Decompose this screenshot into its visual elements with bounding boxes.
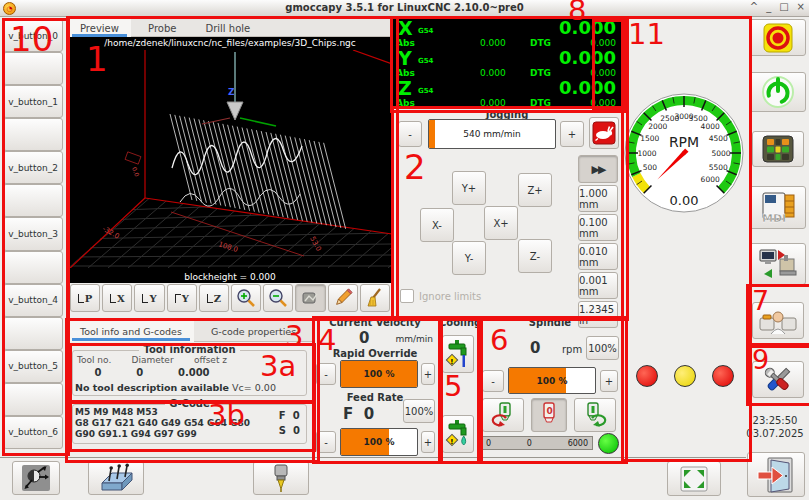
gcode-line: G90 G91.1 G94 G97 G99 [75, 429, 260, 440]
dro-axis-z[interactable]: Z G54 0.000 Abs 0.000 DTG 0.000 [392, 77, 622, 107]
vertical-button-list: v_button_0 v_button_1 v_button_2 v_butto… [3, 19, 63, 449]
view-z-button[interactable]: Z [199, 284, 229, 312]
v-button-blank[interactable] [3, 184, 63, 217]
v-button-blank[interactable] [3, 383, 63, 416]
increment-0001mm-button[interactable]: 0.001 mm [578, 272, 618, 299]
v-button-blank[interactable] [3, 251, 63, 284]
jog-continuous-button[interactable]: ▶▶ [578, 155, 618, 183]
power-icon [760, 74, 796, 110]
mist-button[interactable]: ! [442, 415, 474, 453]
rapid-override-slider[interactable]: 100 % [340, 360, 418, 388]
jog-speed-plus-button[interactable]: + [560, 121, 584, 147]
spindle-rpm-value: 0 [530, 339, 540, 357]
spindle-ccw-button[interactable] [482, 398, 524, 432]
tool-description: No tool description available [75, 382, 229, 393]
v-button-0[interactable]: v_button_0 [3, 19, 63, 52]
v-button-blank[interactable] [3, 317, 63, 350]
jog-speed-minus-button[interactable]: - [398, 121, 422, 147]
spindle-reset-button[interactable]: 100% [586, 336, 619, 360]
fullscreen-button[interactable] [667, 461, 721, 496]
tab-drill-hole[interactable]: Drill hole [194, 19, 263, 38]
tab-probe[interactable]: Probe [136, 19, 188, 38]
svg-text:6000: 6000 [701, 175, 720, 184]
maximize-button[interactable]: □ [779, 1, 788, 12]
estop-icon [762, 22, 794, 54]
close-button[interactable]: × [797, 1, 805, 12]
machine-on-button[interactable] [749, 72, 806, 112]
feed-minus-button[interactable]: - [316, 431, 336, 453]
gcode-frame: G-Code M5 M9 M48 M53 G8 G17 G21 G40 G49 … [72, 404, 307, 444]
view-y2-button[interactable]: Y [167, 284, 197, 312]
jog-x-plus-button[interactable]: X+ [484, 206, 518, 240]
feed-reset-button[interactable]: 100% [403, 399, 435, 423]
touch-off-button[interactable] [88, 461, 144, 495]
rapid-minus-button[interactable]: - [316, 363, 336, 385]
tool-notebook-tabbar: Tool info and G-codes G-code properties [68, 320, 312, 342]
spindle-cw-icon [580, 401, 610, 429]
homing-button[interactable] [12, 461, 60, 495]
rapid-toggle-button[interactable] [589, 117, 619, 149]
dro-axis-y[interactable]: Y G54 0.000 Abs 0.000 DTG 0.000 [392, 47, 622, 77]
feed-rate-slider[interactable]: 100 % [340, 428, 418, 456]
estop-button[interactable] [749, 19, 806, 56]
tab-gcode-properties[interactable]: G-code properties [199, 321, 308, 342]
clock-time: 23:25:50 [744, 414, 806, 427]
user-mode-button[interactable] [752, 302, 804, 339]
dro-axis-x[interactable]: X G54 0.000 Abs 0.000 DTG 0.000 [392, 17, 622, 47]
jog-z-minus-button[interactable]: Z- [518, 239, 552, 273]
pencil-icon [332, 287, 354, 309]
shade-button[interactable]: ^ [750, 1, 758, 12]
zoom-in-button[interactable] [231, 284, 261, 312]
rpm-gauge: RPM 0.00 5001000150020002500300035004000… [622, 91, 746, 215]
view-p-button[interactable]: P [70, 284, 100, 312]
v-button-1[interactable]: v_button_1 [3, 85, 63, 118]
jog-x-minus-button[interactable]: X- [420, 208, 454, 242]
ignore-limits-checkbox[interactable]: Ignore limits [400, 289, 481, 303]
v-button-2[interactable]: v_button_2 [3, 151, 63, 184]
v-button-blank[interactable] [3, 52, 63, 85]
increment-001mm-button[interactable]: 0.010 mm [578, 243, 618, 270]
toolpath-toggle-button[interactable] [295, 284, 325, 312]
mdi-button[interactable]: MDI [749, 186, 806, 229]
exit-button[interactable] [747, 452, 805, 497]
zoom-out-button[interactable] [263, 284, 293, 312]
minimize-button[interactable]: _ [766, 1, 771, 12]
v-button-4[interactable]: v_button_4 [3, 284, 63, 317]
tab-preview[interactable]: Preview [68, 19, 131, 38]
spindle-override-slider[interactable]: 100 % [508, 367, 596, 394]
gcode-line: M5 M9 M48 M53 [75, 407, 260, 418]
v-button-blank[interactable] [3, 118, 63, 151]
v-button-6[interactable]: v_button_6 [3, 416, 63, 449]
v-button-5[interactable]: v_button_5 [3, 350, 63, 383]
v-button-3[interactable]: v_button_3 [3, 217, 63, 250]
jog-y-plus-button[interactable]: Y+ [452, 171, 486, 205]
clear-plot-button[interactable] [360, 284, 390, 312]
svg-text:!: ! [450, 358, 453, 366]
current-velocity-title: Current Velocity [313, 317, 437, 328]
checkbox-box [400, 289, 414, 303]
mode-switch-button[interactable] [749, 243, 806, 285]
flood-button[interactable]: ! [442, 335, 474, 373]
spindle-minus-button[interactable]: - [482, 370, 504, 392]
feed-plus-button[interactable]: + [421, 431, 435, 453]
svg-text:5000: 5000 [711, 149, 730, 158]
keyboard-toggle-button[interactable] [752, 131, 804, 167]
tool-cone [227, 102, 243, 120]
gremlin-preview[interactable]: /home/zdenek/linuxcnc/nc_files/examples/… [68, 37, 392, 283]
increment-01mm-button[interactable]: 0.100 mm [578, 214, 618, 241]
jog-z-plus-button[interactable]: Z+ [518, 173, 552, 207]
view-x-button[interactable]: X [102, 284, 132, 312]
spindle-plus-button[interactable]: + [600, 370, 618, 392]
spindle-stop-button[interactable]: 0 [531, 398, 567, 432]
rapid-plus-button[interactable]: + [421, 363, 435, 385]
dimensions-button[interactable] [328, 284, 358, 312]
tab-tool-info[interactable]: Tool info and G-codes [68, 321, 194, 342]
view-y-button[interactable]: Y [134, 284, 164, 312]
tool-measure-button[interactable] [253, 461, 309, 495]
jog-speed-slider[interactable]: 540 mm/min [428, 119, 556, 149]
settings-button[interactable] [752, 361, 804, 398]
jog-y-minus-button[interactable]: Y- [452, 241, 486, 275]
increment-1mm-button[interactable]: 1.000 mm [578, 185, 618, 212]
mist-coolant-icon: ! [445, 419, 471, 449]
spindle-cw-button[interactable] [574, 398, 616, 432]
